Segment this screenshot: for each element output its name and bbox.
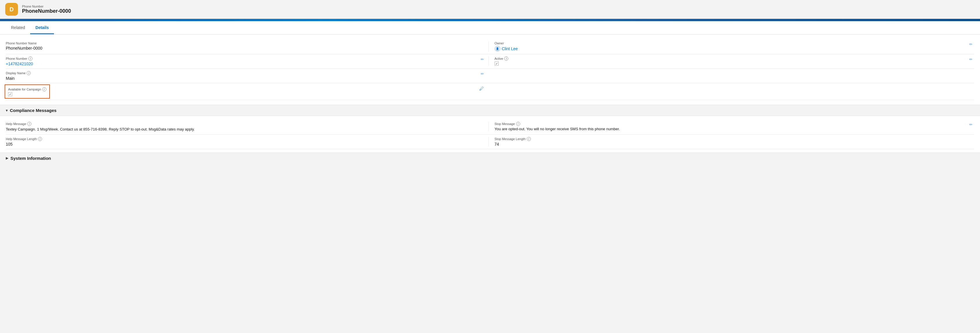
display-name-value: Main (6, 76, 31, 81)
blue-banner (0, 19, 980, 21)
stop-message-value: You are opted-out. You will no longer re… (495, 127, 620, 131)
stop-length-info-icon: i (527, 137, 531, 141)
app-icon: D (5, 3, 18, 16)
details-body: Phone Number Name PhoneNumber-0000 Owner… (0, 35, 980, 105)
compliance-section-label: Compliance Messages (10, 108, 57, 113)
phone-number-label: Phone Number i (6, 57, 33, 61)
display-name-edit-icon[interactable]: ✏ (479, 71, 486, 76)
row-phone-number: Phone Number i +14782421020 ✏ Active i (6, 54, 974, 69)
app-header-text: Phone Number PhoneNumber-0000 (22, 5, 71, 14)
tab-details[interactable]: Details (30, 21, 54, 34)
help-length-value: 105 (6, 142, 486, 147)
phone-number-info-icon: i (29, 57, 32, 61)
tabs-bar: Related Details (0, 21, 980, 35)
row-display-name: Display Name i Main ✏ (6, 69, 974, 83)
stop-message-field: Stop Message i You are opted-out. You wi… (495, 122, 620, 131)
col-available-campaign: Available for Campaign i 🖊 (6, 86, 488, 97)
active-field: Active i (495, 57, 509, 65)
col-phone-number: Phone Number i +14782421020 ✏ (6, 57, 488, 66)
compliance-chevron-icon: ▾ (6, 108, 8, 113)
row-messages: Help Message i Textey Campaign. 1 Msg/We… (6, 119, 974, 135)
stop-length-label: Stop Message Length i (495, 137, 975, 141)
phone-number-name-value: PhoneNumber-0000 (6, 46, 486, 51)
active-edit-icon[interactable]: ✏ (967, 57, 974, 62)
col-phone-number-name: Phone Number Name PhoneNumber-0000 (6, 41, 488, 51)
system-info-label: System Information (10, 156, 51, 161)
display-name-field: Display Name i Main (6, 71, 31, 81)
owner-value: 👤 Clint Lee (495, 46, 518, 52)
app-icon-letter: D (10, 6, 14, 13)
compliance-body: Help Message i Textey Campaign. 1 Msg/We… (0, 116, 980, 153)
help-message-value: Textey Campaign. 1 Msg/Week. Contact us … (6, 127, 486, 132)
app-header: D Phone Number PhoneNumber-0000 (0, 0, 980, 19)
row-available-campaign: Available for Campaign i 🖊 (6, 83, 974, 100)
owner-label: Owner (495, 41, 518, 45)
col-owner: Owner 👤 Clint Lee ✏ (488, 41, 975, 52)
available-for-campaign-highlighted: Available for Campaign i (6, 86, 49, 97)
active-info-icon: i (504, 57, 508, 61)
owner-avatar: 👤 (495, 46, 500, 52)
available-campaign-checkbox[interactable] (8, 92, 12, 96)
owner-field: Owner 👤 Clint Lee (495, 41, 518, 52)
stop-message-label: Stop Message i (495, 122, 620, 126)
system-info-chevron-icon: ▶ (6, 156, 8, 160)
main-content: Phone Number Name PhoneNumber-0000 Owner… (0, 35, 980, 164)
stop-length-value: 74 (495, 142, 975, 147)
available-campaign-info-icon: i (42, 87, 46, 91)
owner-edit-icon[interactable]: ✏ (967, 41, 974, 47)
available-campaign-edit-icon[interactable]: 🖊 (477, 86, 486, 92)
row-phone-number-name: Phone Number Name PhoneNumber-0000 Owner… (6, 39, 974, 54)
col-active: Active i ✏ (488, 57, 975, 65)
stop-message-info-icon: i (516, 122, 520, 126)
active-value (495, 62, 509, 65)
help-length-label: Help Message Length i (6, 137, 486, 141)
active-label: Active i (495, 57, 509, 61)
app-header-title: PhoneNumber-0000 (22, 8, 71, 14)
phone-number-value[interactable]: +14782421020 (6, 62, 33, 66)
tab-related[interactable]: Related (6, 21, 30, 34)
col-help-length: Help Message Length i 105 (6, 137, 488, 147)
help-message-info-icon: i (27, 122, 31, 126)
owner-name: Clint Lee (502, 46, 518, 51)
phone-number-edit-icon[interactable]: ✏ (479, 57, 486, 62)
app-header-subtitle: Phone Number (22, 5, 71, 8)
owner-link[interactable]: 👤 Clint Lee (495, 46, 518, 52)
col-help-message: Help Message i Textey Campaign. 1 Msg/We… (6, 122, 488, 132)
col-display-name: Display Name i Main ✏ (6, 71, 488, 81)
compliance-section-header[interactable]: ▾ Compliance Messages (0, 105, 980, 116)
help-length-info-icon: i (38, 137, 42, 141)
help-message-label: Help Message i (6, 122, 486, 126)
display-name-info-icon: i (27, 71, 31, 75)
phone-number-name-label: Phone Number Name (6, 41, 486, 45)
system-info-section[interactable]: ▶ System Information (0, 153, 980, 164)
available-campaign-label: Available for Campaign i (8, 87, 46, 91)
active-checkbox[interactable] (495, 62, 499, 65)
col-stop-message: Stop Message i You are opted-out. You wi… (488, 122, 975, 131)
available-campaign-value (8, 92, 46, 96)
display-name-label: Display Name i (6, 71, 31, 75)
col-stop-length: Stop Message Length i 74 (488, 137, 975, 147)
row-message-lengths: Help Message Length i 105 Stop Message L… (6, 135, 974, 149)
stop-message-edit-icon[interactable]: ✏ (967, 122, 974, 127)
phone-number-field: Phone Number i +14782421020 (6, 57, 33, 66)
